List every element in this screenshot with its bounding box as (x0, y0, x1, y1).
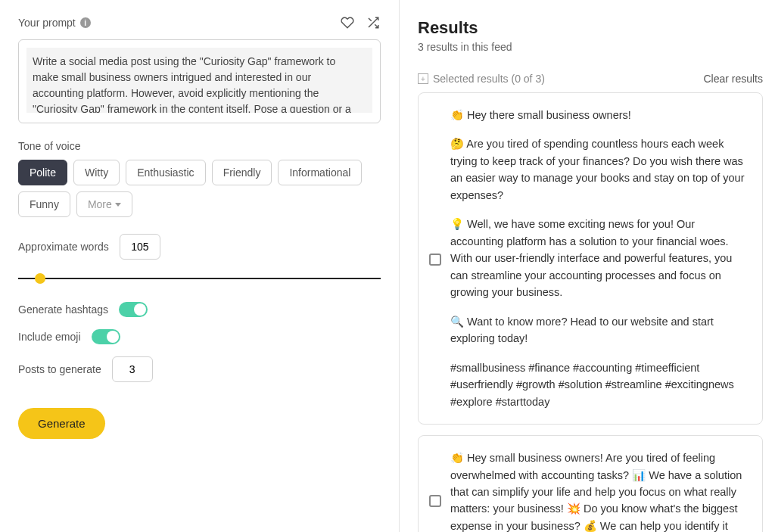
slider-thumb[interactable] (35, 273, 45, 284)
result-text: 💡 Well, we have some exciting news for y… (450, 216, 749, 300)
prompt-label: Your prompt i (18, 17, 91, 29)
posts-count-label: Posts to generate (18, 363, 101, 375)
emoji-toggle[interactable] (92, 329, 120, 344)
approx-words-input[interactable] (120, 234, 160, 260)
prompt-label-text: Your prompt (18, 17, 76, 29)
info-icon[interactable]: i (80, 17, 91, 28)
prompt-textarea[interactable] (26, 48, 372, 113)
hashtags-toggle[interactable] (119, 302, 148, 317)
clear-results-link[interactable]: Clear results (703, 73, 763, 85)
heart-icon (341, 16, 354, 30)
tone-more[interactable]: More (76, 191, 132, 217)
result-body: 👏 Hey small business owners! Are you tir… (450, 450, 749, 532)
hashtags-label: Generate hashtags (18, 303, 108, 316)
result-body: 👏 Hey there small business owners! 🤔 Are… (450, 107, 749, 410)
tone-polite[interactable]: Polite (18, 160, 67, 185)
tone-friendly[interactable]: Friendly (212, 160, 272, 185)
posts-count-input[interactable] (112, 356, 153, 382)
result-card: 👏 Hey there small business owners! 🤔 Are… (418, 92, 763, 425)
tone-label: Tone of voice (18, 140, 381, 152)
result-text: 🔍 Want to know more? Head to our website… (450, 313, 749, 347)
result-text: 👏 Hey small business owners! Are you tir… (450, 450, 749, 532)
expand-icon[interactable]: + (418, 73, 428, 84)
tone-witty[interactable]: Witty (73, 160, 120, 185)
result-text: 🤔 Are you tired of spending countless ho… (450, 135, 749, 204)
emoji-label: Include emoji (18, 331, 81, 343)
slider-track (18, 278, 381, 279)
tone-funny[interactable]: Funny (18, 191, 70, 217)
generate-button[interactable]: Generate (18, 408, 105, 439)
tone-enthusiastic[interactable]: Enthusiastic (126, 160, 205, 185)
results-title: Results (418, 18, 763, 38)
shuffle-button[interactable] (366, 15, 381, 30)
tone-informational[interactable]: Informational (278, 160, 362, 185)
approx-words-slider[interactable] (18, 272, 381, 285)
tone-more-label: More (88, 198, 112, 210)
prompt-box (18, 39, 381, 123)
result-checkbox[interactable] (429, 254, 441, 266)
shuffle-icon (366, 16, 380, 30)
favorite-button[interactable] (340, 15, 355, 30)
result-text: #smallbusiness #finance #accounting #tim… (450, 359, 749, 410)
result-text: 👏 Hey there small business owners! (450, 107, 749, 123)
result-card: 👏 Hey small business owners! Are you tir… (418, 435, 763, 532)
results-subtitle: 3 results in this feed (418, 41, 763, 53)
selected-results-label: Selected results (0 of 3) (433, 73, 545, 85)
approx-words-label: Approximate words (18, 241, 109, 253)
result-checkbox[interactable] (429, 495, 441, 507)
svg-line-2 (369, 18, 372, 21)
chevron-down-icon (115, 203, 121, 207)
